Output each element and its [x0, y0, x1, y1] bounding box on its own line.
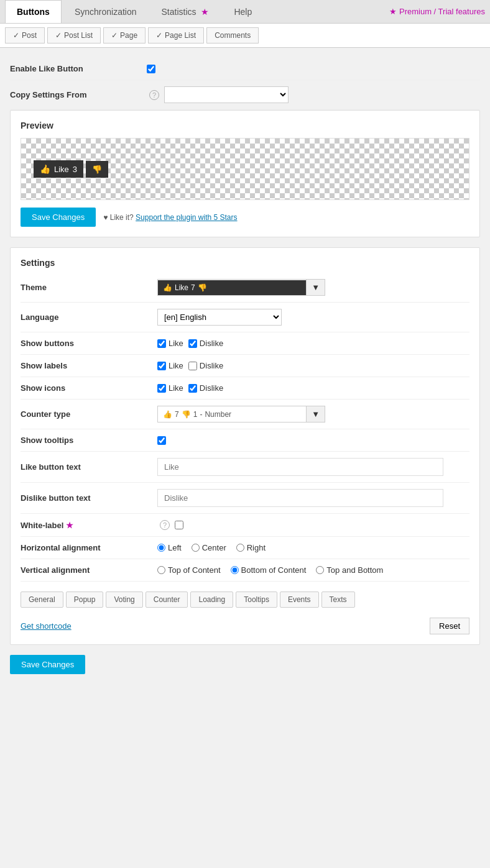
show-buttons-label: Show buttons [21, 339, 157, 348]
show-labels-dislike-label[interactable]: Dislike [188, 361, 223, 370]
show-labels-like-checkbox[interactable] [157, 362, 166, 370]
support-link[interactable]: Support the plugin with 5 Stars [136, 213, 237, 222]
like-button-text-control [157, 458, 469, 476]
main-tabs: Buttons Synchronization Statistics ★ Hel… [0, 0, 490, 24]
horizontal-alignment-label: Horizontal alignment [21, 543, 157, 552]
sub-tab-popup[interactable]: Popup [66, 592, 104, 608]
preview-like-button[interactable]: 👍 Like 3 [34, 160, 83, 178]
show-buttons-dislike-label[interactable]: Dislike [188, 339, 223, 348]
valign-bottom-label[interactable]: Bottom of Content [231, 565, 307, 575]
show-tooltips-label: Show tooltips [21, 436, 157, 445]
sub-tab-counter[interactable]: Counter [146, 592, 188, 608]
valign-top-bottom-radio[interactable] [316, 566, 324, 574]
counter-type-control: 👍 7 👎 1 - Number ▼ [157, 406, 469, 423]
sub-tab-tooltips[interactable]: Tooltips [236, 592, 277, 608]
sub-tab-post[interactable]: ✓ Post [5, 27, 45, 43]
counter-type-select-wrapper[interactable]: 👍 7 👎 1 - Number ▼ [157, 406, 325, 423]
thumb-up-icon: 👍 [40, 164, 50, 174]
preview-section: Preview 👍 Like 3 👎 Save Changes ♥ Like i… [10, 110, 480, 237]
white-label-control: ? [157, 520, 469, 530]
align-right-radio[interactable] [236, 544, 244, 552]
show-buttons-control: Like Dislike [157, 339, 469, 348]
sub-tab-page-list[interactable]: ✓ Page List [148, 27, 204, 43]
sub-tab-texts[interactable]: Texts [321, 592, 355, 608]
theme-select-wrapper[interactable]: 👍 Like 7 👎 ▼ [157, 279, 325, 296]
thumb-down-icon: 👎 [92, 165, 102, 174]
tab-synchronization[interactable]: Synchronization [63, 0, 149, 23]
get-shortcode-link[interactable]: Get shortcode [21, 621, 72, 631]
show-tooltips-row: Show tooltips [21, 429, 469, 452]
align-center-radio[interactable] [192, 544, 200, 552]
sub-tabs: ✓ Post ✓ Post List ✓ Page ✓ Page List Co… [0, 24, 490, 48]
copy-settings-help-icon[interactable]: ? [149, 90, 159, 100]
horizontal-alignment-control: Left Center Right [157, 543, 469, 552]
align-center-label[interactable]: Center [192, 543, 226, 552]
like-button-text-input[interactable] [157, 458, 443, 476]
tab-buttons[interactable]: Buttons [5, 0, 62, 23]
statistics-star-icon: ★ [201, 7, 209, 17]
show-labels-dislike-checkbox[interactable] [188, 362, 197, 370]
thumb-down-icon: 👎 [182, 410, 191, 419]
thumb-down-icon: 👎 [198, 283, 207, 292]
sub-tab-comments[interactable]: Comments [206, 27, 259, 43]
theme-control: 👍 Like 7 👎 ▼ [157, 279, 469, 296]
theme-row: Theme 👍 Like 7 👎 ▼ [21, 273, 469, 303]
sub-tab-post-list[interactable]: ✓ Post List [47, 27, 101, 43]
reset-button[interactable]: Reset [430, 618, 469, 634]
vertical-alignment-row: Vertical alignment Top of Content Bottom… [21, 559, 469, 582]
preview-title: Preview [21, 121, 469, 130]
show-buttons-dislike-checkbox[interactable] [188, 339, 197, 348]
align-right-label[interactable]: Right [236, 543, 266, 552]
show-buttons-like-label[interactable]: Like [157, 339, 183, 348]
settings-title: Settings [21, 258, 469, 268]
preview-area: 👍 Like 3 👎 [21, 138, 469, 200]
show-icons-control: Like Dislike [157, 383, 469, 393]
dropdown-arrow-icon: ▼ [306, 280, 325, 295]
show-icons-dislike-label[interactable]: Dislike [188, 383, 223, 393]
preview-buttons: 👍 Like 3 👎 [34, 160, 108, 178]
valign-top-label[interactable]: Top of Content [157, 565, 221, 575]
check-icon: ✓ [55, 31, 62, 40]
check-icon: ✓ [111, 31, 118, 40]
save-changes-button-preview[interactable]: Save Changes [21, 208, 96, 227]
show-buttons-like-checkbox[interactable] [157, 339, 166, 348]
language-select[interactable]: [en] English [fr] French [de] German [es… [157, 309, 282, 326]
copy-settings-control: ? [147, 86, 480, 103]
sub-tab-loading[interactable]: Loading [190, 592, 233, 608]
valign-bottom-radio[interactable] [231, 566, 239, 574]
tab-statistics[interactable]: Statistics ★ [150, 0, 221, 23]
language-row: Language [en] English [fr] French [de] G… [21, 303, 469, 332]
align-left-radio[interactable] [157, 544, 165, 552]
copy-settings-row: Copy Settings From ? [10, 80, 480, 110]
dislike-button-text-input[interactable] [157, 489, 443, 507]
counter-type-label: Counter type [21, 409, 157, 419]
show-labels-like-label[interactable]: Like [157, 361, 183, 370]
tab-help[interactable]: Help [222, 0, 264, 23]
sub-tab-voting[interactable]: Voting [106, 592, 142, 608]
valign-top-radio[interactable] [157, 566, 165, 574]
white-label-help-icon[interactable]: ? [160, 520, 170, 530]
sub-tab-page[interactable]: ✓ Page [103, 27, 146, 43]
preview-dislike-button[interactable]: 👎 [86, 161, 108, 178]
sub-tab-events[interactable]: Events [280, 592, 319, 608]
show-icons-dislike-checkbox[interactable] [188, 384, 197, 393]
like-button-text-label: Like button text [21, 462, 157, 472]
bottom-row: Get shortcode Reset [21, 618, 469, 634]
dislike-button-text-control [157, 489, 469, 507]
white-label-row: White-label ★ ? [21, 514, 469, 537]
show-icons-like-label[interactable]: Like [157, 383, 183, 393]
check-icon: ✓ [13, 31, 19, 40]
save-changes-button-bottom[interactable]: Save Changes [10, 655, 85, 674]
enable-like-label: Enable Like Button [10, 64, 147, 73]
sub-tab-general[interactable]: General [21, 592, 63, 608]
enable-like-checkbox[interactable] [147, 65, 155, 73]
align-left-label[interactable]: Left [157, 543, 182, 552]
vertical-alignment-control: Top of Content Bottom of Content Top and… [157, 565, 469, 575]
show-icons-like-checkbox[interactable] [157, 384, 166, 393]
show-tooltips-checkbox[interactable] [157, 436, 166, 445]
valign-top-bottom-label[interactable]: Top and Bottom [316, 565, 383, 575]
white-label-checkbox[interactable] [175, 521, 183, 529]
like-button-text-row: Like button text [21, 452, 469, 483]
copy-settings-select[interactable] [164, 86, 289, 103]
dropdown-arrow-icon: ▼ [306, 406, 325, 422]
